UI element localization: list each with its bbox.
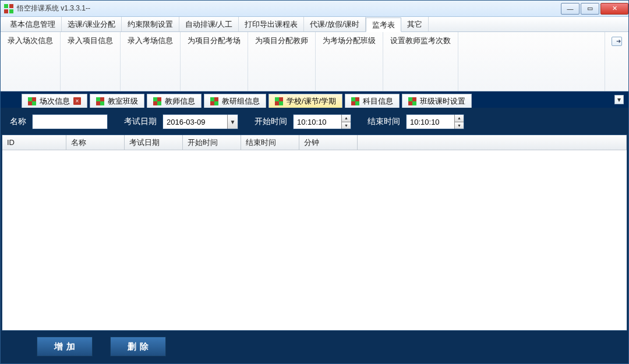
tabs-overflow-button[interactable]: ▾ — [614, 95, 624, 104]
menu-item[interactable]: 基本信息管理 — [4, 17, 62, 31]
column-header[interactable]: 考试日期 — [125, 135, 183, 150]
document-tab[interactable]: 场次信息× — [22, 94, 87, 108]
column-header[interactable]: ID — [2, 135, 66, 150]
document-tab[interactable]: 教师信息 — [147, 94, 202, 108]
document-tab[interactable]: 科目信息 — [345, 94, 400, 108]
ribbon-overflow-button[interactable] — [605, 32, 628, 91]
menu-item[interactable]: 自动排课/人工 — [179, 17, 239, 31]
menu-item[interactable]: 约束限制设置 — [122, 17, 179, 31]
app-window: 悟空排课系统 v1.3.3.1-- — ▭ ✕ 基本信息管理选课/课业分配约束限… — [0, 0, 629, 364]
ribbon-button[interactable]: 为项目分配教师 — [248, 32, 316, 91]
document-tabs: 场次信息×教室班级教师信息教研组信息学校/课节/学期科目信息班级课时设置▾ — [1, 91, 628, 108]
end-time-input[interactable]: 10:10:10 ▲ ▼ — [406, 114, 464, 129]
menubar: 基本信息管理选课/课业分配约束限制设置自动排课/人工打印导出课程表代课/放假/课… — [1, 17, 628, 32]
exam-date-input[interactable]: 2016-03-09 ▼ — [162, 114, 238, 129]
delete-button[interactable]: 删除 — [110, 337, 166, 356]
tab-icon — [153, 97, 161, 105]
spin-down-icon[interactable]: ▼ — [342, 122, 351, 129]
spin-up-icon[interactable]: ▲ — [342, 115, 351, 122]
grid-header: ID名称考试日期开始时间结束时间分钟 — [2, 135, 627, 150]
column-header[interactable]: 开始时间 — [183, 135, 241, 150]
ribbon-button[interactable]: 录入考场信息 — [121, 32, 181, 91]
tab-icon — [28, 97, 36, 105]
ribbon-button[interactable]: 为项目分配考场 — [181, 32, 248, 91]
close-icon[interactable]: × — [73, 97, 81, 105]
tab-icon — [96, 97, 104, 105]
tab-icon — [275, 97, 283, 105]
app-icon — [4, 4, 13, 13]
tab-icon — [408, 97, 416, 105]
chevron-down-icon[interactable]: ▼ — [227, 115, 238, 129]
column-header-empty — [358, 135, 627, 150]
minimize-button[interactable]: — — [561, 3, 579, 15]
content-area: 名称 考试日期 2016-03-09 ▼ 开始时间 10:10:10 ▲ ▼ 结… — [1, 108, 628, 363]
data-grid: ID名称考试日期开始时间结束时间分钟 — [2, 135, 627, 331]
document-tab[interactable]: 教研组信息 — [204, 94, 266, 108]
overflow-icon — [612, 37, 622, 46]
exam-date-label: 考试日期 — [124, 116, 157, 127]
tab-label: 教师信息 — [165, 96, 195, 107]
grid-body[interactable] — [2, 150, 627, 330]
tab-label: 教研组信息 — [222, 96, 260, 107]
end-time-value: 10:10:10 — [409, 118, 454, 126]
footer-bar: 增加 删除 — [2, 331, 627, 362]
maximize-button[interactable]: ▭ — [581, 3, 599, 15]
menu-item[interactable]: 其它 — [401, 17, 429, 31]
tab-icon — [351, 97, 359, 105]
window-controls: — ▭ ✕ — [560, 3, 628, 15]
window-title: 悟空排课系统 v1.3.3.1-- — [17, 3, 560, 13]
start-time-input[interactable]: 10:10:10 ▲ ▼ — [293, 114, 351, 129]
menu-item[interactable]: 打印导出课程表 — [239, 17, 304, 31]
spin-down-icon[interactable]: ▼ — [455, 122, 464, 129]
ribbon-button[interactable]: 录入项目信息 — [61, 32, 121, 91]
menu-item[interactable]: 代课/放假/课时 — [304, 17, 366, 31]
start-time-spinner: ▲ ▼ — [341, 115, 351, 129]
add-button[interactable]: 增加 — [37, 337, 93, 356]
ribbon-button[interactable]: 设置教师监考次数 — [383, 32, 458, 91]
ribbon-spacer — [458, 32, 605, 91]
tab-label: 科目信息 — [363, 96, 393, 107]
tab-label: 班级课时设置 — [420, 96, 465, 107]
document-tab[interactable]: 班级课时设置 — [402, 94, 472, 108]
document-tab[interactable]: 教室班级 — [90, 94, 144, 108]
start-time-label: 开始时间 — [255, 116, 287, 127]
titlebar: 悟空排课系统 v1.3.3.1-- — ▭ ✕ — [1, 1, 628, 17]
column-header[interactable]: 结束时间 — [241, 135, 299, 150]
start-time-value: 10:10:10 — [296, 118, 341, 126]
name-label: 名称 — [10, 116, 26, 127]
tab-icon — [210, 97, 218, 105]
close-button[interactable]: ✕ — [600, 3, 628, 15]
end-time-label: 结束时间 — [367, 116, 400, 127]
ribbon: 录入场次信息录入项目信息录入考场信息为项目分配考场为项目分配教师为考场分配班级设… — [1, 32, 628, 91]
end-time-spinner: ▲ ▼ — [454, 115, 464, 129]
document-tab[interactable]: 学校/课节/学期 — [268, 94, 342, 108]
spin-up-icon[interactable]: ▲ — [455, 115, 464, 122]
menu-item[interactable]: 监考表 — [366, 17, 401, 32]
column-header[interactable]: 分钟 — [299, 135, 358, 150]
ribbon-button[interactable]: 录入场次信息 — [1, 32, 61, 91]
ribbon-button[interactable]: 为考场分配班级 — [316, 32, 383, 91]
tab-label: 学校/课节/学期 — [287, 96, 336, 107]
name-input[interactable] — [32, 114, 108, 129]
column-header[interactable]: 名称 — [66, 135, 125, 150]
menu-item[interactable]: 选课/课业分配 — [62, 17, 122, 31]
tab-label: 场次信息 — [40, 96, 70, 107]
tab-label: 教室班级 — [108, 96, 138, 107]
exam-date-value: 2016-03-09 — [165, 118, 227, 126]
filter-bar: 名称 考试日期 2016-03-09 ▼ 开始时间 10:10:10 ▲ ▼ 结… — [2, 109, 627, 135]
